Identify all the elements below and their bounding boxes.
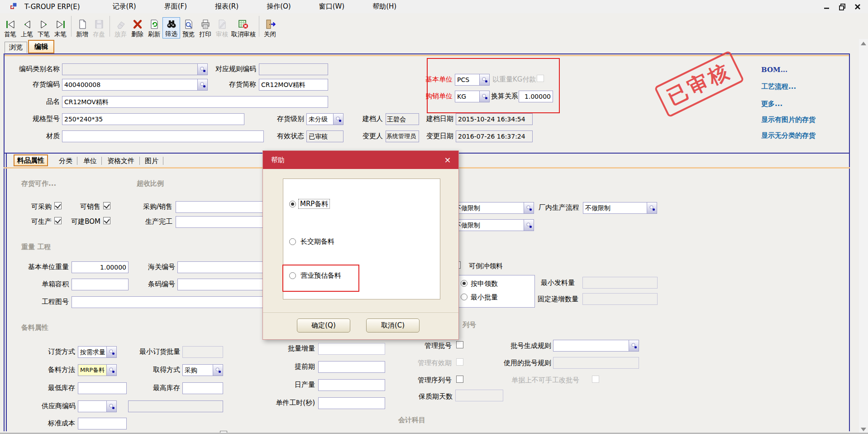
scroll-down-icon[interactable] (861, 428, 866, 431)
show-picture-items-link[interactable]: 显示有图片的存货 (761, 116, 816, 124)
restore-icon[interactable] (838, 3, 846, 11)
next-record-button[interactable]: 下笔 (35, 18, 52, 39)
spec-field[interactable]: 250*240*35 (62, 113, 244, 125)
acquire-field[interactable]: 采购 (182, 364, 213, 376)
filter-button[interactable]: 筛选 (162, 17, 180, 39)
menu-item-operation[interactable]: 操作(O) (267, 2, 291, 11)
prep-method-field[interactable]: MRP备料 (78, 364, 107, 376)
code-class-lookup-icon[interactable] (198, 63, 208, 75)
close-icon[interactable] (854, 3, 862, 11)
code-class-field[interactable] (62, 63, 198, 75)
factory-flow-lookup-icon[interactable] (647, 202, 657, 214)
std-cost-field[interactable] (78, 418, 127, 429)
tab-unit[interactable]: 单位 (81, 155, 100, 167)
prev-record-button[interactable]: 上笔 (19, 18, 35, 39)
menu-item-window[interactable]: 窗口(W) (319, 2, 345, 11)
dialog-title[interactable]: 帮助 (263, 151, 458, 169)
mrp-option-label[interactable]: MRP备料 (299, 200, 329, 208)
rule-code-field[interactable] (259, 63, 328, 75)
tab-edit[interactable]: 编辑 (28, 40, 54, 53)
daily-output-field[interactable] (318, 379, 385, 391)
mrp-radio[interactable] (289, 201, 296, 207)
batch-rule-lookup-icon[interactable] (629, 340, 639, 352)
prod-name-field[interactable]: CR12MOV精料 (62, 96, 328, 108)
batch-manage-checkbox[interactable] (456, 341, 463, 348)
process-flow-link[interactable]: 工艺流程... (761, 82, 796, 91)
limit1-field[interactable]: 不做限制 (453, 202, 524, 214)
inv-code-lookup-icon[interactable] (198, 79, 208, 91)
menu-item-interface[interactable]: 界面(F) (164, 2, 187, 11)
conversion-field[interactable]: 1.00000 (519, 91, 553, 102)
print-button[interactable]: 打印 (197, 18, 214, 39)
first-record-button[interactable]: 首笔 (2, 18, 19, 39)
serial-manage-checkbox[interactable] (456, 376, 463, 383)
unit-time-field[interactable] (318, 397, 385, 409)
prep-method-lookup-icon[interactable] (107, 364, 117, 376)
inv-level-field[interactable]: 未分级 (306, 113, 334, 125)
unit-weight-field[interactable]: 1.00000 (72, 261, 129, 273)
max-stock-field[interactable] (182, 382, 223, 394)
last-record-button[interactable]: 末笔 (52, 18, 69, 39)
preview-button[interactable]: 预览 (180, 18, 197, 39)
new-button[interactable]: 新增 (74, 18, 91, 39)
order-method-field[interactable]: 按需求量 (78, 346, 107, 358)
menu-item-report[interactable]: 报表(R) (215, 2, 238, 11)
batch-rule-field[interactable] (553, 340, 629, 352)
trade-unit-lookup-icon[interactable] (480, 91, 490, 102)
producible-checkbox[interactable] (54, 217, 62, 224)
pay-by-kg-label: 以重量KG付款 (492, 75, 536, 84)
supplier-field[interactable] (78, 400, 107, 412)
acquire-lookup-icon[interactable] (213, 364, 223, 376)
ok-button[interactable]: 确定(Q) (297, 318, 350, 333)
scroll-up-icon[interactable] (861, 42, 866, 45)
by-request-radio[interactable] (461, 280, 467, 287)
cancel-button[interactable]: 取消(C) (366, 318, 420, 333)
inv-abbr-field[interactable]: CR12MOV精料 (259, 79, 328, 91)
drawing-label: 工程图号 (22, 298, 69, 306)
menu-app-title[interactable]: T-GROUP ERP(E) (24, 3, 80, 11)
base-unit-field[interactable]: PCS (455, 74, 480, 86)
refresh-button[interactable]: 刷新 (146, 18, 162, 39)
tab-item-attributes[interactable]: 料品属性 (14, 154, 48, 166)
more-link[interactable]: 更多... (761, 100, 782, 108)
delete-button[interactable]: 删除 (129, 18, 146, 39)
base-unit-lookup-icon[interactable] (480, 74, 490, 86)
factory-flow-field[interactable]: 不做限制 (583, 202, 647, 214)
limit2-lookup-icon[interactable] (524, 219, 534, 231)
shelf-days-field[interactable] (455, 390, 503, 401)
box-volume-field[interactable] (72, 279, 129, 290)
can-bom-checkbox[interactable] (103, 217, 110, 224)
min-stock-field[interactable] (78, 382, 127, 394)
sellable-checkbox[interactable] (103, 202, 110, 209)
close-form-button[interactable]: 关闭 (262, 18, 278, 39)
min-batch-radio[interactable] (461, 294, 467, 300)
order-method-lookup-icon[interactable] (107, 346, 117, 358)
tab-picture[interactable]: 图片 (142, 155, 161, 167)
show-unclassified-link[interactable]: 显示无分类的存货 (761, 131, 816, 140)
create-date-field: 2015-10-24 16:34:54 (456, 113, 533, 125)
inv-code-field[interactable]: 400400008 (62, 79, 198, 91)
limit2-field[interactable]: 不做限制 (453, 219, 524, 231)
tab-qualification[interactable]: 资格文件 (104, 155, 138, 167)
menu-item-record[interactable]: 记录(R) (113, 2, 136, 11)
minimize-icon[interactable] (823, 3, 831, 11)
trade-unit-field[interactable]: KG (455, 91, 480, 102)
limit1-lookup-icon[interactable] (524, 202, 534, 214)
vertical-scrollbar[interactable] (859, 39, 868, 434)
fixed-inc-label: 固定递增数量 (534, 295, 578, 304)
long-leadtime-radio[interactable] (289, 238, 296, 245)
material-field[interactable] (62, 130, 264, 142)
tab-classification[interactable]: 分类 (56, 155, 75, 167)
cancel-approve-button[interactable]: 取消审核 (230, 18, 257, 39)
lead-time-field[interactable] (318, 361, 385, 373)
toolbar-separator (110, 16, 110, 37)
purchasable-checkbox[interactable] (54, 202, 62, 209)
menu-item-help[interactable]: 帮助(H) (372, 2, 396, 11)
bom-link[interactable]: BOM... (761, 66, 787, 74)
tab-browse[interactable]: 浏览 (5, 42, 27, 53)
dialog-close-icon[interactable]: × (442, 154, 453, 165)
long-leadtime-option-label[interactable]: 长交期备料 (300, 237, 334, 246)
inv-level-lookup-icon[interactable] (334, 113, 343, 125)
toolbar-label: 审核 (216, 30, 228, 38)
supplier-lookup-icon[interactable] (107, 400, 117, 412)
